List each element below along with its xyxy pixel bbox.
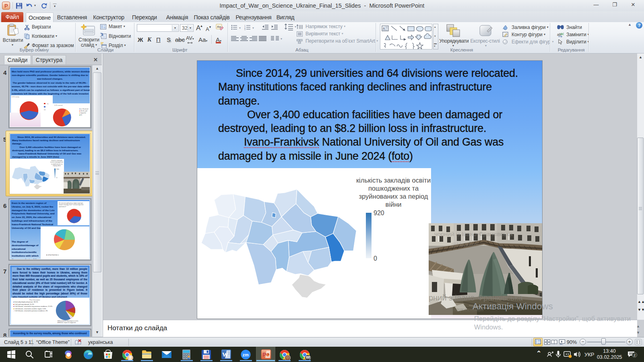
svg-text:@blacklistman: @blacklistman xyxy=(451,242,485,248)
svg-text:P: P xyxy=(262,352,266,358)
svg-text:рний з Івано-Франківська: рний з Івано-Франківська xyxy=(429,293,523,302)
svg-text:A: A xyxy=(383,27,385,30)
svg-text:ac: ac xyxy=(560,32,564,36)
svg-text:W: W xyxy=(222,352,228,358)
svg-text:чорний із Івано-Франківська: чорний із Івано-Франківська xyxy=(434,230,513,237)
svg-text:3: 3 xyxy=(244,28,246,30)
svg-text:zm: zm xyxy=(243,352,249,357)
